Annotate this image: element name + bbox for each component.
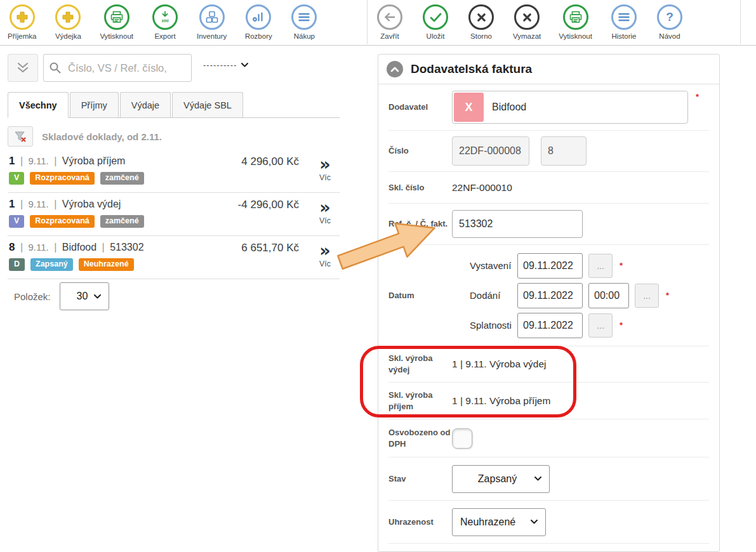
supplier-input[interactable] xyxy=(452,91,688,124)
items-per-page-label: Položek: xyxy=(14,291,51,302)
tab-prijmy[interactable]: Příjmy xyxy=(70,92,119,117)
toolbar-button-inventury[interactable]: Inventury xyxy=(197,4,227,40)
double-chevron-down-icon xyxy=(16,62,30,74)
status-select[interactable]: Zapsaný xyxy=(452,465,550,493)
due-date-input[interactable] xyxy=(517,313,583,338)
document-sequence-input xyxy=(541,136,587,166)
toolbar-divider xyxy=(367,0,368,44)
toolbar-button-vymazat[interactable]: Vymazat xyxy=(513,4,541,40)
toolbar-right-group: Zavřít Uložit Storno Vymazat Vytisknout xyxy=(376,4,684,40)
date-picker-button[interactable]: ... xyxy=(588,254,613,278)
delivery-time-input[interactable] xyxy=(588,283,629,308)
toolbar-button-vydejka[interactable]: Výdejka xyxy=(54,4,82,40)
amount: 6 651,70 Kč xyxy=(241,242,299,254)
more-button[interactable]: » Víc xyxy=(312,200,338,226)
date-row-dodani: Dodání ... * xyxy=(452,283,669,308)
warehouse-number-value: 22NF-000010 xyxy=(452,182,512,194)
date-row-splatnosti: Splatnosti ... * xyxy=(452,313,669,338)
back-arrow-icon xyxy=(377,4,402,30)
field-label: Dodavatel xyxy=(388,102,452,113)
list-item-title: 8 | 9.11. | Bidfood | 513302 xyxy=(9,241,266,254)
toolbar-button-navod[interactable]: ? Návod xyxy=(656,4,684,40)
search-input[interactable] xyxy=(67,62,186,75)
state-badge: Zapsaný xyxy=(30,258,73,271)
toolbar-button-prijemka[interactable]: Příjemka xyxy=(8,4,36,40)
printer-icon xyxy=(104,4,129,30)
field-label: Skl. výroba příjem xyxy=(388,390,452,412)
items-per-page-select[interactable]: 30 xyxy=(60,282,109,310)
date-sublabel: Dodání xyxy=(452,290,512,301)
plus-icon xyxy=(55,4,81,30)
tab-vydaje-sbl[interactable]: Výdaje SBL xyxy=(172,92,243,117)
delivery-date-input[interactable] xyxy=(517,283,583,308)
double-arrow-icon: » xyxy=(312,157,338,171)
toolbar-label: Výdejka xyxy=(55,32,81,40)
toolbar-button-vytisknout-2[interactable]: Vytisknout xyxy=(559,4,592,40)
more-button[interactable]: » Víc xyxy=(312,157,338,183)
toolbar-label: Příjemka xyxy=(8,32,36,40)
field-label: Osvobozeno od DPH xyxy=(388,427,452,449)
clear-supplier-button[interactable]: X xyxy=(454,93,484,122)
clear-filter-button[interactable] xyxy=(8,126,33,147)
toolbar-button-rozbory[interactable]: Rozbory xyxy=(244,4,272,40)
toolbar-label: Vytisknout xyxy=(100,32,133,40)
toolbar-label: Storno xyxy=(470,32,492,40)
plus-icon xyxy=(10,4,35,30)
filter-header: Skladové doklady, od 2.11. xyxy=(8,126,162,147)
field-row-osvobozeno: Osvobozeno od DPH xyxy=(388,419,709,457)
blocks-icon xyxy=(199,4,225,30)
document-rows: 1 | 9.11. | Výroba příjem V Rozpracovaná… xyxy=(8,150,340,279)
collapse-button[interactable] xyxy=(387,61,403,77)
amount: 4 296,00 Kč xyxy=(241,155,299,168)
toolbar-button-nakup[interactable]: Nákup xyxy=(290,4,318,40)
chevron-down-icon xyxy=(94,294,101,299)
tab-vydaje[interactable]: Výdaje xyxy=(120,92,171,117)
list-item[interactable]: 8 | 9.11. | Bidfood | 513302 D Zapsaný N… xyxy=(8,236,340,279)
toolbar-button-zavrit[interactable]: Zavřít xyxy=(376,4,404,40)
form-header: Dodavatelská faktura xyxy=(378,55,719,84)
tab-vsechny[interactable]: Všechny xyxy=(8,92,69,118)
field-label: Ref. č. / Č. fakt. xyxy=(388,218,452,230)
date-picker-button[interactable]: ... xyxy=(588,313,613,338)
field-label: Uhrazenost xyxy=(388,516,452,528)
expand-filters-button[interactable] xyxy=(8,54,38,82)
toolbar-button-export[interactable]: xml Export xyxy=(151,4,179,40)
list-item-title: 1 | 9.11. | Výroba příjem xyxy=(9,155,266,168)
printer-icon xyxy=(563,4,588,30)
toolbar-button-ulozit[interactable]: Uložit xyxy=(421,4,449,40)
toolbar-label: Návod xyxy=(659,32,680,40)
list-item-title: 1 | 9.11. | Výroba výdej xyxy=(9,198,266,211)
required-mark: * xyxy=(666,291,669,300)
status-badges: V Rozpracovaná zamčené xyxy=(9,172,266,185)
payment-status-select[interactable]: Neuhrazené xyxy=(452,508,546,536)
search-icon xyxy=(49,62,62,74)
list-item[interactable]: 1 | 9.11. | Výroba příjem V Rozpracovaná… xyxy=(8,150,340,193)
reference-number-input[interactable] xyxy=(452,210,583,238)
field-label: Stav xyxy=(388,473,452,485)
search-filter-dropdown[interactable]: ---------- xyxy=(203,60,248,70)
toolbar-label: Nákup xyxy=(294,32,315,40)
list-filter-title: Skladové doklady, od 2.11. xyxy=(42,131,162,142)
toolbar-button-historie[interactable]: Historie xyxy=(610,4,638,40)
field-label: Skl. číslo xyxy=(388,182,452,194)
field-row-ref: Ref. č. / Č. fakt. xyxy=(388,204,709,245)
vat-exempt-checkbox[interactable] xyxy=(452,428,472,449)
toolbar-label: Historie xyxy=(611,32,636,40)
check-icon xyxy=(423,4,448,30)
field-label: Datum xyxy=(388,290,452,301)
toolbar-button-vytisknout[interactable]: Vytisknout xyxy=(100,4,133,40)
more-button[interactable]: » Víc xyxy=(312,244,338,269)
toolbar-button-storno[interactable]: Storno xyxy=(467,4,495,40)
issue-date-input[interactable] xyxy=(517,253,583,279)
field-row-cislo: Číslo xyxy=(388,131,709,172)
type-badge: V xyxy=(9,215,24,228)
date-picker-button[interactable]: ... xyxy=(635,284,659,308)
toolbar-label: Uložit xyxy=(427,32,445,40)
field-row-uhrazenost: Uhrazenost Neuhrazené xyxy=(388,501,709,544)
double-arrow-icon: » xyxy=(312,200,338,214)
toolbar-label: Inventury xyxy=(197,32,227,40)
items-per-page: Položek: 30 xyxy=(14,282,109,310)
filter-remove-icon xyxy=(14,131,27,142)
status-badges: V Rozpracovaná zamčené xyxy=(9,215,266,228)
list-item[interactable]: 1 | 9.11. | Výroba výdej V Rozpracovaná … xyxy=(8,193,340,236)
